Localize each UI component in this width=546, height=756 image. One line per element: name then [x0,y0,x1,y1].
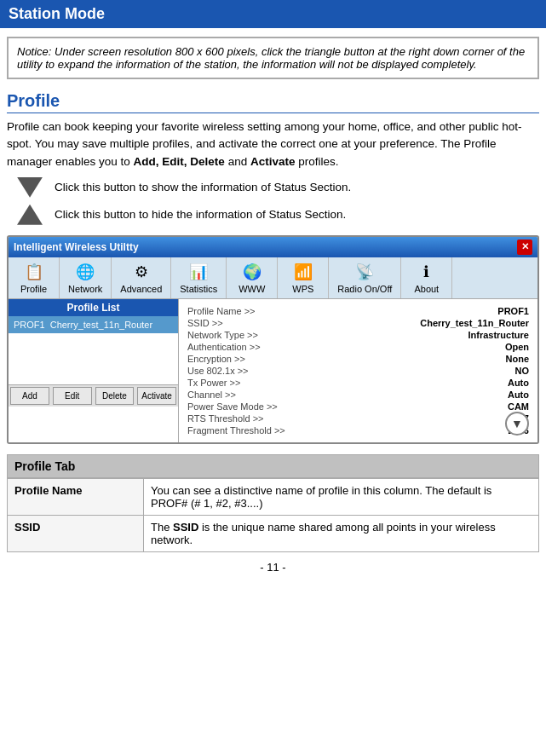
detail-label: Use 802.1x >> [187,366,249,376]
app-titlebar: Intelligent Wireless Utiltty ✕ [9,237,537,257]
detail-row: RTS Threshold >> 2347 [187,413,529,424]
about-icon: ℹ [415,262,439,282]
toolbar-profile[interactable]: 📋 Profile [9,257,60,298]
app-window: Intelligent Wireless Utiltty ✕ 📋 Profile… [7,235,539,444]
detail-value: Auto [508,390,529,400]
detail-label: RTS Threshold >> [187,413,263,424]
detail-value: Auto [508,378,529,388]
profile-detail-panel: Profile Name >> PROF1SSID >> Cherry_test… [179,299,537,442]
table-cell-label: Profile Name [8,478,144,515]
profile-icon: 📋 [22,262,46,282]
detail-label: Encryption >> [187,354,245,364]
profile-section-title: Profile [7,91,539,113]
edit-profile-button[interactable]: Edit [53,387,92,405]
notice-text: Notice: Under screen resolution 800 x 60… [17,45,525,71]
detail-value: PROF1 [497,306,529,316]
detail-row: Fragment Threshold >> 2346 [187,425,529,436]
detail-row: Authentication >> Open [187,342,529,352]
toolbar-network-label: Network [68,284,102,294]
profile-tab-header: Profile Tab [7,454,539,478]
table-row: Profile Name You can see a distinctive n… [8,478,539,515]
toolbar-about[interactable]: ℹ About [401,257,452,298]
table-cell-value: The SSID is the unique name shared among… [144,515,539,551]
statistics-icon: 📊 [187,262,210,282]
table-row: SSID The SSID is the unique name shared … [8,515,539,551]
toolbar-network[interactable]: 🌐 Network [60,257,112,298]
detail-label: Fragment Threshold >> [187,425,285,436]
detail-row: Channel >> Auto [187,390,529,400]
detail-value: CAM [508,401,529,412]
detail-label: Power Save Mode >> [187,401,278,412]
www-icon: 🌍 [240,262,264,282]
show-btn-desc: Click this button to show the informatio… [55,181,351,193]
profile-list-item[interactable]: PROF1 Cherry_test_11n_Router [9,316,178,333]
detail-row: Profile Name >> PROF1 [187,306,529,316]
detail-value: NO [515,366,530,376]
expand-up-icon[interactable] [17,205,43,225]
toolbar-about-label: About [414,284,439,294]
toolbar-statistics-label: Statistics [180,284,217,294]
profile-list-header: Profile List [9,299,178,316]
app-close-button[interactable]: ✕ [517,239,532,255]
toolbar-advanced-label: Advanced [120,284,162,294]
delete-profile-button[interactable]: Delete [95,387,135,405]
profile-tab-table: Profile Name You can see a distinctive n… [7,478,539,552]
toolbar-profile-label: Profile [20,284,47,294]
hide-btn-row: Click this button to hide the informatio… [17,205,529,225]
detail-row: Use 802.1x >> NO [187,366,529,376]
page-number: - 11 - [260,561,285,574]
profile-list-panel: Profile List PROF1 Cherry_test_11n_Route… [9,299,179,442]
detail-value: None [506,354,530,364]
detail-row: Network Type >> Infrastructure [187,330,529,340]
detail-label: Profile Name >> [187,306,255,316]
toolbar-radio-label: Radio On/Off [337,284,392,294]
scroll-indicator[interactable]: ▼ [505,412,529,436]
toolbar-wps-label: WPS [292,284,313,294]
profile-list-actions: Add Edit Delete Activate [9,384,178,407]
profile-name-value: PROF1 [14,320,45,330]
toolbar-wps[interactable]: 📶 WPS [278,257,329,298]
toolbar-www-label: WWW [239,284,265,294]
app-content-wrapper: Profile List PROF1 Cherry_test_11n_Route… [9,299,537,442]
advanced-icon: ⚙ [129,262,153,282]
detail-row: Tx Power >> Auto [187,378,529,388]
expand-down-icon[interactable] [17,177,43,198]
app-title: Intelligent Wireless Utiltty [14,241,139,253]
radio-icon: 📡 [353,262,376,282]
wps-icon: 📶 [291,262,315,282]
toolbar-advanced[interactable]: ⚙ Advanced [112,257,171,298]
detail-label: Channel >> [187,390,236,400]
add-profile-button[interactable]: Add [10,387,49,405]
detail-label: Tx Power >> [187,378,240,388]
page-footer: - 11 - [0,561,546,574]
profile-tab-section: Profile Tab Profile Name You can see a d… [7,454,539,552]
page-title: Station Mode [0,0,546,28]
profile-ssid-value: Cherry_test_11n_Router [50,320,152,330]
toolbar-radio[interactable]: 📡 Radio On/Off [329,257,401,298]
activate-profile-button[interactable]: Activate [137,387,176,405]
detail-value: Infrastructure [468,330,529,340]
detail-label: Network Type >> [187,330,258,340]
network-icon: 🌐 [73,262,97,282]
detail-row: Encryption >> None [187,354,529,364]
app-toolbar: 📋 Profile 🌐 Network ⚙ Advanced 📊 Statist… [9,257,537,299]
detail-row: SSID >> Cherry_test_11n_Router [187,318,529,328]
toolbar-statistics[interactable]: 📊 Statistics [171,257,227,298]
detail-value: Open [505,342,529,352]
toolbar-www[interactable]: 🌍 WWW [227,257,278,298]
detail-label: SSID >> [187,318,223,328]
detail-value: Cherry_test_11n_Router [420,318,529,328]
app-content: Profile List PROF1 Cherry_test_11n_Route… [9,299,537,442]
profile-description: Profile can book keeping your favorite w… [7,118,539,170]
hide-btn-desc: Click this button to hide the informatio… [55,208,346,221]
table-cell-value: You can see a distinctive name of profil… [144,478,539,515]
table-cell-label: SSID [8,515,144,551]
notice-box: Notice: Under screen resolution 800 x 60… [7,37,539,79]
detail-row: Power Save Mode >> CAM [187,401,529,412]
detail-label: Authentication >> [187,342,261,352]
show-btn-row: Click this button to show the informatio… [17,177,529,198]
